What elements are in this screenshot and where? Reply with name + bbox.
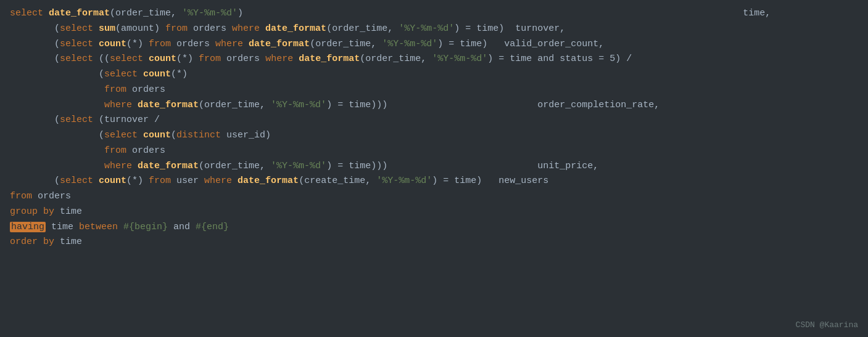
- code-line-line6: from orders: [0, 83, 868, 98]
- code-line-line14: group by time: [0, 205, 868, 220]
- code-line-line10: from orders: [0, 144, 868, 159]
- code-line-line15: having time between #{begin} and #{end}: [0, 220, 868, 235]
- code-line-line2: (select sum(amount) from orders where da…: [0, 22, 868, 37]
- code-line-line5: (select count(*): [0, 67, 868, 83]
- watermark: CSDN @Kaarina: [796, 319, 858, 332]
- code-line-line9: (select count(distinct user_id): [0, 128, 868, 144]
- code-line-line11: where date_format(order_time, '%Y-%m-%d'…: [0, 159, 868, 174]
- code-block: select date_format(order_time, '%Y-%m-%d…: [0, 0, 868, 337]
- code-line-line3: (select count(*) from orders where date_…: [0, 37, 868, 52]
- code-line-line7: where date_format(order_time, '%Y-%m-%d'…: [0, 98, 868, 113]
- code-line-line16: order by time: [0, 235, 868, 250]
- code-line-line8: (select (turnover /: [0, 113, 868, 128]
- code-line-line1: select date_format(order_time, '%Y-%m-%d…: [0, 6, 868, 22]
- code-line-line12: (select count(*) from user where date_fo…: [0, 174, 868, 189]
- code-line-line13: from orders: [0, 189, 868, 205]
- code-line-line4: (select ((select count(*) from orders wh…: [0, 52, 868, 67]
